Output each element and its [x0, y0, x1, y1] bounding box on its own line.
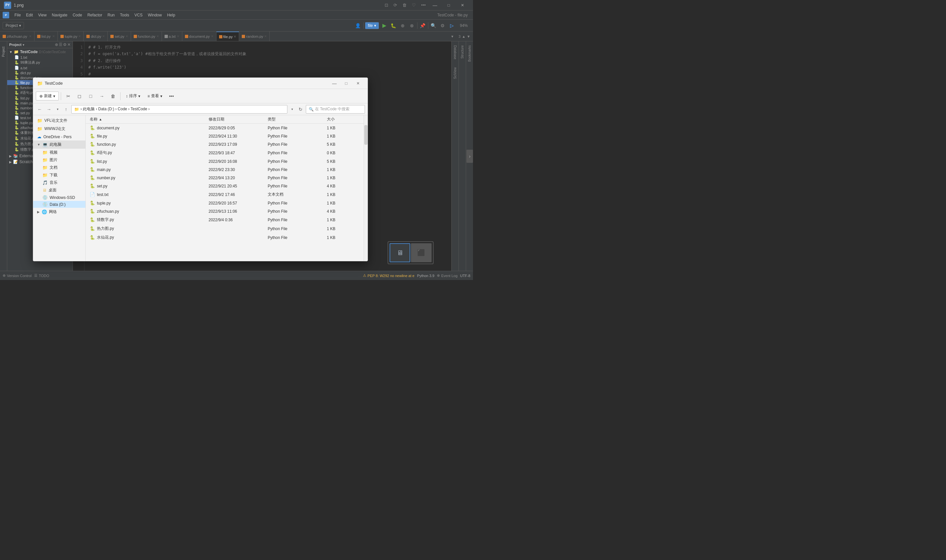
tab-document[interactable]: document.py ✕ — [182, 32, 216, 41]
tab-file[interactable]: file.py ✕ — [216, 32, 239, 41]
menu-refactor[interactable]: Refactor — [85, 12, 105, 18]
fe-sidebar-item-docs[interactable]: 📁文档 — [33, 164, 85, 171]
close-button[interactable]: ✕ — [456, 1, 469, 10]
fe-back-button[interactable]: ← — [36, 105, 44, 113]
project-selector[interactable]: Project ▾ — [3, 22, 24, 29]
fe-sidebar-item-music[interactable]: 🎵音乐 — [33, 179, 85, 186]
fe-table-row[interactable]: 🐍file.py 2022/9/24 11:30 Python File 1 K… — [86, 132, 364, 140]
scrollbar-thumb[interactable] — [364, 125, 368, 145]
fe-sidebar-item-data[interactable]: 💿Data (D:) — [33, 201, 85, 208]
fe-table-row[interactable]: 🐍猜数字.py 2022/9/4 0:36 Python File 1 KB — [86, 215, 364, 224]
menu-tools[interactable]: Tools — [117, 12, 132, 18]
fe-table-row[interactable]: 🐍document.py 2022/8/29 0:05 Python File … — [86, 124, 364, 132]
fe-delete-button[interactable]: 🗑 — [108, 91, 118, 102]
delete-icon[interactable]: 🗑 — [402, 3, 407, 8]
tab-close-icon[interactable]: ✕ — [102, 34, 105, 38]
run-button[interactable]: ▶ — [381, 22, 388, 29]
history-icon[interactable]: ⟳ — [393, 3, 397, 8]
fe-sidebar-item-desktop[interactable]: 🖥桌面 — [33, 186, 85, 194]
fe-sidebar-item-downloads[interactable]: 📁下载 — [33, 171, 85, 179]
list-item[interactable]: 🐍dict.py — [7, 70, 72, 75]
minimize-button[interactable]: — — [428, 1, 441, 10]
fe-table-row[interactable]: 🐍水仙花.py Python File 1 KB — [86, 233, 364, 242]
thumbnail-item-1[interactable]: 🖥 — [390, 243, 410, 262]
fe-table-row[interactable]: 🐍number.py 2022/9/4 13:20 Python File 1 … — [86, 174, 364, 182]
thumbnail-item-2[interactable]: ⬛ — [411, 243, 431, 262]
maximize-button[interactable]: □ — [442, 1, 455, 10]
fe-view-button[interactable]: ≡ 查看 ▾ — [144, 92, 166, 100]
fe-table-row[interactable]: 🐍热力图.py Python File 1 KB — [86, 224, 364, 233]
fe-sidebar-item-pictures[interactable]: 📁图片 — [33, 156, 85, 164]
todo-button[interactable]: ☰ TODO — [34, 274, 49, 278]
fe-scrollbar[interactable] — [364, 115, 368, 261]
fe-minimize-button[interactable]: — — [329, 79, 340, 88]
fe-sidebar-item-www[interactable]: 📁WWWJ论文 — [33, 125, 85, 133]
menu-code[interactable]: Code — [70, 12, 85, 18]
event-log-button[interactable]: ⊕ Event Log — [437, 274, 458, 278]
menu-help[interactable]: Help — [165, 12, 178, 18]
tab-dict[interactable]: dict.py ✕ — [84, 32, 108, 41]
fe-sidebar-item-vfl[interactable]: 📁VFL论文文件 — [33, 117, 85, 125]
tab-close-icon[interactable]: ✕ — [52, 34, 55, 38]
locate-icon[interactable]: ⊕ — [55, 42, 58, 47]
tab-more-button[interactable]: ▾ — [449, 32, 456, 41]
sciview-panel-icon[interactable]: SciView — [453, 63, 458, 83]
fe-sidebar-item-video[interactable]: 📁视频 — [33, 149, 85, 156]
fe-copy-button[interactable]: ◻ — [74, 91, 85, 102]
structure-panel-icon[interactable]: Structure — [460, 42, 465, 63]
scroll-right-arrow[interactable]: › — [467, 150, 473, 163]
menu-edit[interactable]: Edit — [23, 12, 35, 18]
fe-sidebar-item-winssd[interactable]: 💿Windows-SSD — [33, 194, 85, 201]
tab-function[interactable]: function.py ✕ — [131, 32, 162, 41]
project-panel-icon[interactable]: Project — [1, 44, 6, 59]
fe-paste-button[interactable]: □ — [85, 91, 96, 102]
fe-table-row[interactable]: 🐍list.py 2022/9/20 16:08 Python File 5 K… — [86, 157, 364, 165]
tab-close-icon[interactable]: ✕ — [29, 34, 32, 38]
version-control-button[interactable]: ⊕ Version Control — [3, 274, 32, 278]
fe-sidebar-item-onedrive[interactable]: ☁OneDrive - Pers — [33, 133, 85, 140]
tab-close-icon[interactable]: ✕ — [125, 34, 128, 38]
tab-zifuchuan[interactable]: zifuchuan.py ✕ — [0, 32, 34, 41]
fe-new-button[interactable]: ⊕ 新建 ▾ — [36, 92, 59, 100]
fe-sort-button[interactable]: ↕ 排序 ▾ — [123, 92, 143, 100]
tree-options-icon[interactable]: ⚙ — [63, 42, 67, 47]
fe-sidebar-item-computer[interactable]: ▼ 💻此电脑 — [33, 140, 85, 149]
fe-close-button[interactable]: ✕ — [353, 79, 364, 88]
find-button[interactable]: 🔍 — [430, 22, 438, 29]
list-item[interactable]: 📄a.txt — [7, 65, 72, 70]
fe-cut-button[interactable]: ✂ — [63, 91, 74, 102]
debug-button[interactable]: 🐛 — [390, 22, 398, 29]
fe-table-row[interactable]: 🐍main.py 2022/9/2 23:30 Python File 1 KB — [86, 165, 364, 174]
fe-table-row[interactable]: 🐍zifuchuan.py 2022/9/13 11:06 Python Fil… — [86, 207, 364, 215]
tab-close-icon[interactable]: ✕ — [156, 34, 159, 38]
fe-table-row[interactable]: 🐍if语句.py 2022/9/3 18:47 Python File 0 KB — [86, 148, 364, 157]
fe-table-row[interactable]: 📄test.txt 2022/9/2 17:46 文本文档 1 KB — [86, 190, 364, 199]
tab-close-icon[interactable]: ✕ — [234, 35, 236, 38]
menu-view[interactable]: View — [35, 12, 49, 18]
fe-address-bar[interactable]: 📁 › 此电脑 › Data (D:) › Code › TestCode › — [71, 105, 287, 114]
database-panel-icon[interactable]: Database — [453, 42, 458, 63]
tab-list[interactable]: list.py ✕ — [34, 32, 58, 41]
tab-tuple[interactable]: tuple.py ✕ — [58, 32, 84, 41]
fe-share-button[interactable]: → — [97, 91, 107, 102]
bookmarks-panel-icon[interactable]: Bookmarks — [467, 42, 472, 66]
tab-close-icon[interactable]: ✕ — [78, 34, 81, 38]
camera-icon[interactable]: ⊡ — [385, 3, 388, 8]
menu-navigate[interactable]: Navigate — [49, 12, 70, 18]
fe-table-row[interactable]: 🐍set.py 2022/9/21 20:45 Python File 4 KB — [86, 182, 364, 190]
list-item[interactable]: 🐍99乘法表.py — [7, 60, 72, 65]
menu-vcs[interactable]: VCS — [132, 12, 145, 18]
tab-close-icon[interactable]: ✕ — [177, 34, 179, 38]
menu-file[interactable]: File — [12, 12, 23, 18]
tab-atxt[interactable]: a.txt ✕ — [162, 32, 182, 41]
fe-nav-dropdown[interactable]: ▾ — [54, 105, 61, 113]
settings-button[interactable]: ⚙ — [439, 22, 447, 29]
line-nav-down[interactable]: ▼ — [467, 34, 470, 38]
fe-table-row[interactable]: 🐍function.py 2022/9/23 17:09 Python File… — [86, 140, 364, 148]
tree-root-item[interactable]: ▼ 📁 TestCode D:\Code\TestCode — [7, 49, 72, 55]
tab-close-icon[interactable]: ✕ — [211, 34, 214, 38]
fe-nav-dropdown2[interactable]: ▾ — [289, 105, 295, 113]
tab-random[interactable]: random.py ✕ — [239, 32, 270, 41]
line-nav-up[interactable]: ▲ — [462, 34, 465, 38]
tab-close-icon[interactable]: ✕ — [264, 34, 267, 38]
